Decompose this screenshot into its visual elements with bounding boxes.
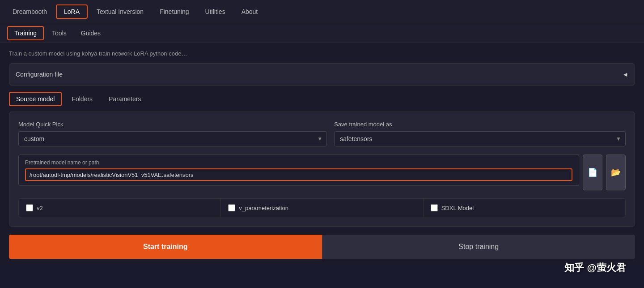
section-tab-folders[interactable]: Folders [65,93,99,105]
sdxl-model-checkbox-item: SDXL Model [424,199,625,217]
pretrained-model-row: Pretrained model name or path 📄 📂 [18,155,626,190]
top-navigation: Dreambooth LoRA Textual Inversion Finetu… [0,0,644,23]
save-trained-select-wrapper: safetensors ckpt pt ▼ [334,131,626,146]
configuration-file-section[interactable]: Configuration file ◄ [9,63,635,86]
tab-finetuning[interactable]: Finetuning [153,5,196,18]
start-training-button[interactable]: Start training [9,235,322,259]
v-parameterization-checkbox[interactable] [228,204,235,211]
model-quick-pick-select-wrapper: custom v1.5 v2.0 v2.1 ▼ [18,131,327,146]
config-arrow-icon: ◄ [622,71,628,78]
description-text: Train a custom model using kohya train n… [9,50,635,57]
stop-training-button[interactable]: Stop training [322,235,636,259]
pretrained-input-inner [25,168,572,181]
model-quick-pick-group: Model Quick Pick custom v1.5 v2.0 v2.1 ▼ [18,121,327,146]
sub-navigation: Training Tools Guides [0,23,644,43]
main-content: Train a custom model using kohya train n… [0,43,644,266]
config-file-label: Configuration file [16,71,63,78]
subtab-training[interactable]: Training [7,26,44,40]
pretrained-model-label: Pretrained model name or path [25,159,572,166]
save-trained-label: Save trained model as [334,121,626,128]
v-parameterization-label[interactable]: v_parameterization [239,205,288,211]
checkboxes-row: v2 v_parameterization SDXL Model [18,198,626,217]
subtab-tools[interactable]: Tools [46,27,73,39]
v2-label[interactable]: v2 [37,205,43,211]
source-model-panel: Model Quick Pick custom v1.5 v2.0 v2.1 ▼… [9,112,635,227]
v2-checkbox[interactable] [26,204,33,211]
bottom-action-bar: Start training Stop training [9,235,635,259]
tab-textual-inversion[interactable]: Textual Inversion [89,5,151,18]
sdxl-model-label[interactable]: SDXL Model [441,205,474,211]
folder-icon: 📂 [611,168,621,177]
save-trained-select[interactable]: safetensors ckpt pt [334,131,626,146]
v2-checkbox-item: v2 [19,199,221,217]
model-quick-pick-row: Model Quick Pick custom v1.5 v2.0 v2.1 ▼… [18,121,626,146]
tab-about[interactable]: About [234,5,265,18]
section-tab-parameters[interactable]: Parameters [102,93,147,105]
pretrained-input-group: Pretrained model name or path [18,155,579,186]
file-pick-button[interactable]: 📄 [583,155,602,190]
v-parameterization-checkbox-item: v_parameterization [221,199,423,217]
model-quick-pick-label: Model Quick Pick [18,121,327,128]
sdxl-model-checkbox[interactable] [431,204,438,211]
file-icon: 📄 [588,168,597,177]
folder-pick-button[interactable]: 📂 [606,155,626,190]
tab-utilities[interactable]: Utilities [198,5,233,18]
tab-lora[interactable]: LoRA [56,4,88,19]
pretrained-model-input[interactable] [30,172,568,178]
save-trained-group: Save trained model as safetensors ckpt p… [334,121,626,146]
section-tabs: Source model Folders Parameters [9,92,635,106]
section-tab-source-model[interactable]: Source model [9,92,62,106]
tab-dreambooth[interactable]: Dreambooth [5,5,54,18]
model-quick-pick-select[interactable]: custom v1.5 v2.0 v2.1 [18,131,327,146]
subtab-guides[interactable]: Guides [75,27,107,39]
